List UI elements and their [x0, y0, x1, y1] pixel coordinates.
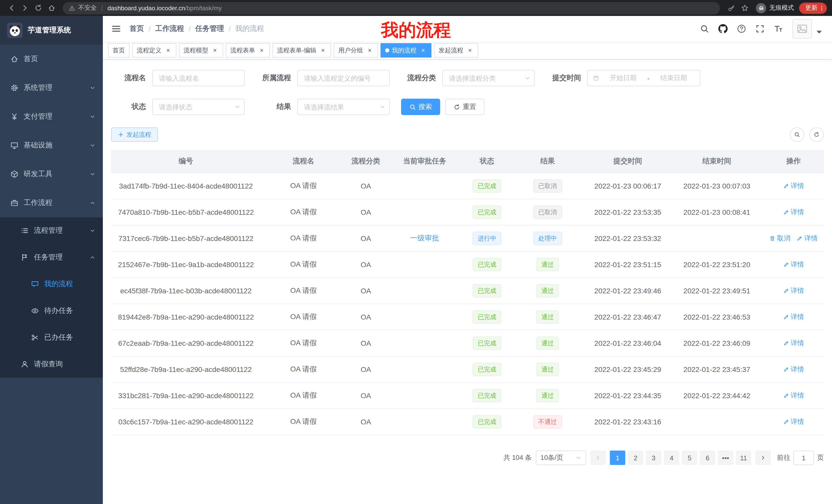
tab-my-process[interactable]: 我的流程× — [381, 43, 432, 58]
page-5-button[interactable]: 5 — [682, 451, 697, 465]
tab-process-form[interactable]: 流程表单× — [226, 43, 270, 58]
date-range-picker[interactable]: 开始日期 - 结束日期 — [587, 70, 700, 86]
detail-button[interactable]: 详情 — [783, 391, 804, 400]
page-4-button[interactable]: 4 — [664, 451, 679, 465]
more-vertical-icon[interactable] — [818, 5, 825, 11]
detail-button[interactable]: 详情 — [783, 286, 804, 296]
category-cell: OA — [346, 251, 385, 278]
sidebar-item-infrastructure[interactable]: 基础设施 — [0, 131, 103, 160]
detail-button[interactable]: 详情 — [797, 234, 817, 243]
sidebar-item-task-mgmt[interactable]: 任务管理 — [0, 244, 103, 271]
tab-process-definition[interactable]: 流程定义× — [132, 43, 176, 58]
chevron-down-icon — [89, 142, 96, 148]
address-bar[interactable]: 不安全 dashboard.yudao.iocoder.cn/bpm/task/… — [63, 2, 720, 14]
end-date-placeholder[interactable]: 结束日期 — [653, 74, 695, 83]
close-icon[interactable]: × — [211, 47, 218, 54]
sidebar-item-leave-query[interactable]: 请假查询 — [0, 351, 103, 377]
current-task-link[interactable]: 一级审批 — [410, 234, 439, 243]
close-icon[interactable]: × — [319, 47, 327, 54]
avatar[interactable] — [792, 19, 812, 38]
tags-view: 首页流程定义×流程模型×流程表单×流程表单-编辑×用户分组×我的流程×发起流程× — [103, 41, 832, 60]
refresh-table-button[interactable] — [809, 128, 824, 142]
browser-home-button[interactable] — [45, 2, 58, 14]
app-title: 芋道管理系统 — [28, 26, 71, 35]
detail-button[interactable]: 详情 — [783, 365, 804, 374]
tab-user-group[interactable]: 用户分组× — [334, 43, 378, 58]
update-button[interactable]: 更新 — [799, 2, 827, 13]
sidebar-item-my-process[interactable]: 我的流程 — [0, 271, 103, 298]
sidebar-item-process-mgmt[interactable]: 流程管理 — [0, 217, 103, 244]
url-domain: dashboard.yudao.iocoder.cn — [107, 4, 185, 11]
status-cell: 已完成 — [464, 199, 510, 225]
submit-time-cell: 2022-01-22 23:51:15 — [585, 251, 671, 278]
detail-button[interactable]: 详情 — [783, 339, 804, 348]
sidebar-item-payment-mgmt[interactable]: 支付管理 — [0, 102, 103, 131]
fullscreen-icon[interactable] — [755, 24, 765, 33]
cancel-button[interactable]: 取消 — [769, 234, 790, 243]
next-page-button[interactable] — [755, 451, 771, 465]
tab-process-model[interactable]: 流程模型× — [179, 43, 223, 58]
result-select-input[interactable] — [297, 99, 390, 115]
incognito-icon — [756, 3, 766, 13]
start-date-placeholder[interactable]: 开始日期 — [602, 74, 644, 83]
tab-start-process[interactable]: 发起流程× — [434, 43, 478, 58]
search-icon[interactable] — [700, 24, 709, 33]
user-menu[interactable] — [792, 19, 824, 38]
start-process-button[interactable]: 发起流程 — [111, 128, 158, 142]
breadcrumb-item[interactable]: 工作流程 — [155, 24, 184, 33]
close-icon[interactable]: × — [466, 47, 474, 54]
browser-reload-button[interactable] — [32, 2, 44, 14]
process-definition-input[interactable] — [297, 70, 390, 86]
detail-button[interactable]: 详情 — [783, 417, 804, 426]
status-cell: 已完成 — [464, 383, 510, 409]
process-name-input[interactable] — [152, 70, 245, 86]
sidebar-item-workflow[interactable]: 工作流程 — [0, 189, 103, 217]
toggle-search-button[interactable] — [790, 128, 804, 142]
browser-forward-button[interactable] — [19, 2, 31, 14]
browser-back-button[interactable] — [5, 2, 18, 14]
bookmark-star-icon[interactable] — [738, 2, 751, 14]
breadcrumb-item[interactable]: 任务管理 — [196, 24, 224, 33]
submit-time-cell: 2022-01-22 23:43:16 — [585, 409, 671, 435]
pagination-more-button[interactable]: ••• — [718, 451, 733, 465]
column-header: 当前审批任务 — [385, 150, 464, 173]
status-select-input[interactable] — [152, 99, 245, 115]
status-tag: 已完成 — [473, 337, 501, 350]
reset-button[interactable]: 重置 — [445, 99, 485, 115]
page-11-button[interactable]: 11 — [736, 451, 751, 465]
page-jumper-input[interactable] — [794, 451, 814, 465]
tab-home[interactable]: 首页 — [108, 43, 130, 58]
password-key-icon[interactable] — [725, 2, 737, 14]
detail-button[interactable]: 详情 — [783, 181, 804, 191]
page-2-button[interactable]: 2 — [628, 451, 643, 465]
edit-icon — [783, 183, 789, 189]
tab-process-form-edit[interactable]: 流程表单-编辑× — [272, 43, 331, 58]
page-1-button[interactable]: 1 — [610, 451, 625, 465]
page-size-select[interactable]: 10条/页 — [536, 451, 586, 465]
sidebar-item-dev-tools[interactable]: 研发工具 — [0, 160, 103, 189]
page-6-button[interactable]: 6 — [700, 451, 715, 465]
sidebar-item-done-tasks[interactable]: 已办任务 — [0, 324, 103, 351]
detail-button[interactable]: 详情 — [783, 207, 804, 217]
breadcrumb-item[interactable]: 首页 — [130, 24, 144, 33]
category-select-input[interactable] — [442, 70, 535, 86]
font-size-icon[interactable] — [774, 24, 783, 33]
detail-button[interactable]: 详情 — [783, 312, 804, 321]
edit-icon — [783, 288, 789, 294]
page-3-button[interactable]: 3 — [646, 451, 661, 465]
prev-page-button[interactable] — [590, 451, 606, 465]
help-icon[interactable] — [737, 24, 746, 33]
sidebar-item-todo-tasks[interactable]: 待办任务 — [0, 298, 103, 324]
sidebar-item-system-mgmt[interactable]: 系统管理 — [0, 74, 103, 102]
sidebar-item-home[interactable]: 首页 — [0, 45, 103, 74]
close-icon[interactable]: × — [366, 47, 373, 54]
close-icon[interactable]: × — [258, 47, 265, 54]
edit-icon — [783, 419, 789, 425]
detail-button[interactable]: 详情 — [783, 260, 804, 269]
github-icon[interactable] — [718, 24, 728, 33]
tab-label: 流程模型 — [184, 46, 208, 55]
close-icon[interactable]: × — [164, 47, 172, 54]
search-button[interactable]: 搜索 — [401, 99, 440, 115]
hamburger-icon[interactable] — [111, 24, 121, 34]
close-icon[interactable]: × — [420, 47, 427, 54]
